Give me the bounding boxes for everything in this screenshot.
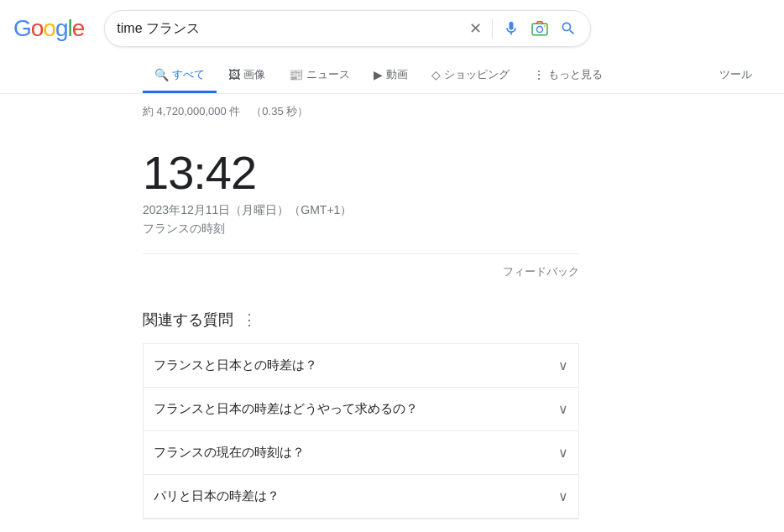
- search-bar: ✕: [104, 10, 591, 47]
- clock-label: フランスの時刻: [143, 222, 579, 237]
- logo-e: e: [72, 15, 85, 42]
- svg-point-1: [537, 27, 543, 33]
- tab-video[interactable]: ▶ 動画: [362, 59, 420, 93]
- tab-all-label: すべて: [172, 67, 205, 82]
- shopping-icon: ◇: [431, 68, 441, 81]
- tab-images[interactable]: 🖼 画像: [217, 59, 277, 93]
- logo-g2: g: [55, 15, 68, 42]
- search-bar-icons: ✕: [468, 18, 578, 39]
- tab-news-label: ニュース: [306, 67, 350, 82]
- clock-date: 2023年12月11日（月曜日）（GMT+1）: [143, 203, 579, 218]
- related-questions: 関連する質問 ⋮ フランスと日本との時差は？ ∨ フランスと日本の時差はどうやっ…: [143, 310, 579, 519]
- camera-icon: [531, 20, 548, 37]
- clear-icon: ✕: [469, 19, 482, 38]
- header: Google ✕: [0, 0, 784, 47]
- tab-tools[interactable]: ツール: [708, 59, 764, 93]
- question-item-3[interactable]: フランスの現在の時刻は？ ∨: [143, 430, 579, 474]
- bottom-feedback-row: フィードバック: [143, 519, 579, 532]
- related-questions-title: 関連する質問: [143, 310, 233, 330]
- more-options-icon[interactable]: ⋮: [242, 310, 258, 329]
- clock-display: 13:42 2023年12月11日（月曜日）（GMT+1） フランスの時刻: [143, 133, 579, 240]
- divider: [492, 18, 493, 39]
- logo-o2: o: [43, 15, 55, 42]
- logo-g: G: [13, 15, 31, 42]
- nav-tabs: 🔍 すべて 🖼 画像 📰 ニュース ▶ 動画 ◇ ショッピング ⋮ もっと見る …: [0, 52, 784, 94]
- clock-time: 13:42: [143, 149, 579, 196]
- tab-shopping[interactable]: ◇ ショッピング: [420, 59, 521, 93]
- tab-more[interactable]: ⋮ もっと見る: [521, 59, 614, 93]
- question-text-1: フランスと日本との時差は？: [154, 357, 317, 373]
- question-text-2: フランスと日本の時差はどうやって求めるの？: [154, 401, 418, 417]
- question-item-4[interactable]: パリと日本の時差は？ ∨: [143, 474, 579, 519]
- chevron-icon-4: ∨: [558, 488, 568, 504]
- chevron-icon-3: ∨: [558, 445, 568, 461]
- tab-all[interactable]: 🔍 すべて: [143, 59, 217, 93]
- question-item-2[interactable]: フランスと日本の時差はどうやって求めるの？ ∨: [143, 387, 579, 430]
- result-count: 約 4,720,000,000 件 （0.35 秒）: [0, 94, 784, 126]
- feedback-row: フィードバック: [143, 253, 579, 289]
- tab-more-label: もっと見る: [548, 67, 603, 82]
- tab-shopping-label: ショッピング: [444, 67, 510, 82]
- tab-news[interactable]: 📰 ニュース: [277, 59, 362, 93]
- mic-icon: [503, 20, 520, 37]
- question-item-1[interactable]: フランスと日本との時差は？ ∨: [143, 343, 579, 387]
- clear-button[interactable]: ✕: [468, 18, 483, 39]
- svg-point-2: [544, 25, 546, 27]
- image-search-button[interactable]: [530, 18, 550, 39]
- main-content: 13:42 2023年12月11日（月曜日）（GMT+1） フランスの時刻 フィ…: [0, 126, 722, 532]
- voice-search-button[interactable]: [501, 18, 521, 39]
- all-icon: 🔍: [154, 68, 169, 81]
- question-text-3: フランスの現在の時刻は？: [154, 445, 305, 461]
- tab-video-label: 動画: [386, 67, 408, 82]
- images-icon: 🖼: [228, 68, 240, 81]
- google-logo: Google: [13, 15, 84, 42]
- related-questions-header: 関連する質問 ⋮: [143, 310, 579, 330]
- feedback-link[interactable]: フィードバック: [503, 264, 579, 279]
- search-submit-icon: [560, 20, 577, 37]
- news-icon: 📰: [289, 68, 303, 81]
- chevron-icon-1: ∨: [558, 357, 568, 373]
- question-text-4: パリと日本の時差は？: [154, 488, 280, 504]
- video-icon: ▶: [374, 68, 383, 81]
- logo-o1: o: [31, 15, 44, 42]
- search-submit-button[interactable]: [558, 18, 578, 39]
- tab-images-label: 画像: [243, 67, 265, 82]
- chevron-icon-2: ∨: [558, 401, 568, 417]
- search-input[interactable]: [117, 21, 461, 36]
- tab-tools-label: ツール: [719, 67, 752, 82]
- more-icon: ⋮: [533, 68, 545, 81]
